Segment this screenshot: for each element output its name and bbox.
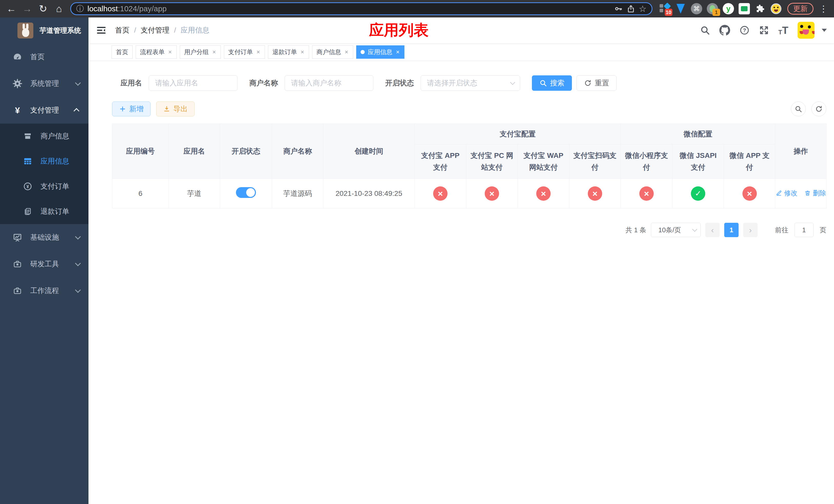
goto-page-input[interactable] [794,223,813,237]
grid-square-icon [660,9,663,12]
help-icon[interactable]: ? [739,25,750,36]
cell-alipay-pc [466,179,518,208]
export-button[interactable]: 导出 [156,101,195,116]
password-key-icon[interactable] [614,4,623,13]
col-alipay-wap: 支付宝 WAP 网站支付 [518,144,569,179]
add-button[interactable]: 新增 [112,101,151,116]
extension-badge: 1 [712,9,720,16]
forward-icon: → [22,3,32,14]
briefcase-icon [12,286,23,296]
status-toggle[interactable] [236,187,256,198]
extensions-puzzle-icon[interactable] [754,3,766,15]
url-text[interactable]: localhost:1024/pay/app [87,4,611,13]
status-cross-icon [536,186,551,201]
search-button[interactable]: 搜索 [532,75,572,91]
close-icon[interactable]: × [344,48,349,55]
chevron-up-icon [73,108,80,114]
sidebar-item-label: 首页 [30,52,79,62]
app-logo-row[interactable]: 芋道管理系统 [0,18,88,44]
browser-back-button[interactable]: ← [4,2,19,16]
sidebar-item-workflow[interactable]: 工作流程 [0,277,88,304]
extension-y-logo-icon[interactable]: y [722,3,734,15]
breadcrumb-home[interactable]: 首页 [115,25,130,35]
sidebar-item-label: 基础设施 [30,232,67,242]
edit-button-label: 修改 [784,189,797,198]
extension-emoji-icon[interactable] [770,3,782,15]
close-icon[interactable]: × [300,48,305,55]
sidebar-collapse-button[interactable] [96,25,107,36]
user-avatar[interactable] [797,22,814,39]
sidebar-item-payment[interactable]: ¥ 支付管理 [0,97,88,123]
sidebar-item-dev-tools[interactable]: 研发工具 [0,251,88,277]
sidebar-item-merchant-info[interactable]: 商户信息 [0,123,88,149]
browser-forward-button[interactable]: → [20,2,35,16]
sidebar-item-label: 应用信息 [41,156,79,166]
sidebar-item-app-info[interactable]: 应用信息 [0,149,88,174]
close-icon[interactable]: × [395,48,400,55]
refresh-table-button[interactable] [811,101,826,116]
font-size-icon[interactable]: TT [778,25,788,36]
edit-button[interactable]: 修改 [775,189,797,198]
sidebar-item-refund-orders[interactable]: 退款订单 [0,199,88,224]
status-select[interactable]: 请选择开启状态 [421,75,520,91]
site-info-icon[interactable]: ⓘ [76,4,84,14]
extension-command-icon[interactable]: ⌘ [690,3,703,15]
search-icon[interactable] [700,25,710,36]
tab-app-info[interactable]: 应用信息× [356,45,404,59]
tab-refund-orders[interactable]: 退款订单× [268,45,309,59]
merchant-name-input[interactable] [285,75,373,91]
extension-chat-icon[interactable] [738,3,750,15]
cell-merchant: 芋道源码 [272,179,323,208]
page-content: 应用名 商户名称 开启状态 请选择开启状态 搜索 重置 [88,61,834,237]
chrome-update-button[interactable]: 更新 [787,3,813,15]
github-icon[interactable] [719,25,730,36]
close-icon[interactable]: × [168,48,172,55]
delete-button-label: 删除 [813,189,826,198]
plus-icon [119,105,126,113]
tab-home[interactable]: 首页 [112,45,133,59]
bookmark-star-icon[interactable]: ☆ [639,4,646,14]
app-name-input[interactable] [149,75,238,91]
reset-button-label: 重置 [595,78,609,88]
extension-grid-diamond-icon[interactable]: 10 [659,3,671,15]
fullscreen-icon[interactable] [759,25,769,36]
breadcrumb-section[interactable]: 支付管理 [141,25,170,35]
browser-home-button[interactable]: ⌂ [52,2,66,16]
tab-payment-orders[interactable]: 支付订单× [224,45,265,59]
tab-user-group[interactable]: 用户分组× [180,45,221,59]
reset-button[interactable]: 重置 [576,75,616,91]
tab-label: 用户分组 [184,48,209,56]
col-wechat-app: 微信 APP 支付 [724,144,775,179]
sidebar-item-infrastructure[interactable]: 基础设施 [0,224,88,251]
briefcase-icon [12,259,23,269]
next-page-button[interactable]: › [743,223,758,237]
toggle-search-button[interactable] [791,101,806,116]
close-icon[interactable]: × [212,48,216,55]
extension-profile-icon[interactable]: 1 [706,3,719,15]
status-cross-icon [743,186,757,201]
user-menu-caret-icon[interactable] [822,29,827,32]
delete-button[interactable]: 删除 [804,189,826,198]
tab-label: 首页 [116,48,128,56]
page-number-1[interactable]: 1 [724,223,739,237]
sidebar-item-home[interactable]: 首页 [0,44,88,70]
share-icon[interactable] [627,4,635,13]
close-icon[interactable]: × [256,48,261,55]
tab-merchant-info[interactable]: 商户信息× [312,45,353,59]
tab-process-form[interactable]: 流程表单× [136,45,177,59]
page-size-select[interactable]: 10条/页 [651,223,701,237]
sidebar-item-payment-orders[interactable]: ¥ 支付订单 [0,174,88,199]
sidebar-item-system[interactable]: 系统管理 [0,70,88,97]
extension-blue-kite-icon[interactable] [675,3,687,15]
chevron-down-icon [75,80,81,86]
cell-actions: 修改 删除 [775,179,827,208]
apps-table: 应用编号 应用名 开启状态 商户名称 创建时间 支付宝配置 微信配置 操作 支付… [112,123,826,208]
address-bar[interactable]: ⓘ localhost:1024/pay/app ☆ [70,2,653,15]
search-icon [794,105,802,113]
browser-menu-button[interactable]: ⋮ [817,4,830,14]
goto-label: 前往 [775,226,788,234]
chevron-down-icon [75,287,81,293]
prev-page-button[interactable]: ‹ [705,223,720,237]
refresh-icon [815,105,823,113]
browser-reload-button[interactable]: ↻ [36,2,50,16]
